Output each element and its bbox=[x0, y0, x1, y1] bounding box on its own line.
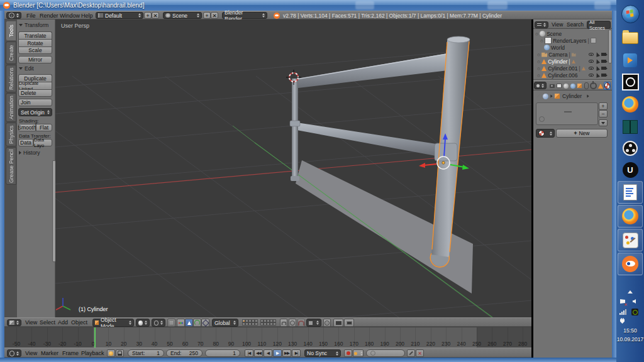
next-keyframe-button[interactable]: ▶▶ bbox=[282, 349, 291, 357]
tab-world[interactable] bbox=[569, 82, 576, 90]
nvidia-tray-icon[interactable] bbox=[631, 309, 638, 315]
tab-relations[interactable]: Relations bbox=[6, 65, 16, 92]
outliner-display-selector[interactable]: All Scenes bbox=[587, 21, 611, 29]
current-frame-playhead[interactable] bbox=[94, 327, 96, 348]
window-titlebar[interactable]: Blender [C:\Users\Max\Desktop\handrail.b… bbox=[0, 0, 616, 11]
layout-delete-button[interactable]: ✕ bbox=[152, 12, 159, 19]
delete-keyframe-button[interactable]: ✕ bbox=[416, 349, 424, 357]
use-preview-range-toggle[interactable] bbox=[107, 349, 115, 357]
editor-type-selector-3dview[interactable] bbox=[7, 319, 21, 326]
tab-physics[interactable]: Physics bbox=[6, 123, 16, 146]
outliner-row-cylinder-006[interactable]: ○ Cylinder.006 bbox=[533, 72, 612, 79]
layer-grid-1[interactable] bbox=[242, 319, 258, 326]
selectability-icon[interactable] bbox=[595, 58, 600, 64]
editor-type-selector-info[interactable]: i bbox=[6, 12, 21, 19]
taskbar-libreoffice-writer[interactable] bbox=[618, 181, 643, 204]
browse-material-menu[interactable] bbox=[536, 129, 555, 138]
vp-menu-object[interactable]: Object bbox=[71, 318, 87, 327]
duplicate-linked-button[interactable]: Duplicate Linked bbox=[18, 82, 52, 89]
scale-button[interactable]: Scale bbox=[18, 47, 52, 54]
tl-menu-view[interactable]: View bbox=[25, 348, 37, 358]
renderlayer-render-icon[interactable] bbox=[591, 38, 596, 43]
visibility-eye-icon[interactable] bbox=[589, 60, 594, 63]
render-opengl-button[interactable] bbox=[333, 319, 343, 327]
vp-menu-add[interactable]: Add bbox=[58, 318, 68, 327]
taskbar-obs[interactable] bbox=[618, 137, 643, 160]
tray-date[interactable]: 10.09.2017 bbox=[616, 336, 644, 343]
insert-keyframe-button[interactable] bbox=[407, 349, 415, 357]
outliner-row-scene[interactable]: ○ Scene bbox=[533, 30, 612, 37]
shade-flat-button[interactable]: Flat bbox=[36, 124, 52, 131]
frame-start-field[interactable]: Start:1 bbox=[128, 349, 164, 357]
prev-keyframe-button[interactable]: ◀◀ bbox=[254, 349, 263, 357]
translate-button[interactable]: Translate bbox=[18, 31, 52, 39]
set-origin-menu[interactable]: Set Origin bbox=[18, 108, 52, 116]
selectability-icon[interactable] bbox=[595, 65, 600, 71]
renderability-icon[interactable] bbox=[601, 53, 606, 56]
taskbar-explorer[interactable] bbox=[618, 26, 643, 49]
outliner-row-cylinder-001[interactable]: ○ Cylinder.001 | bbox=[533, 65, 612, 72]
viewport-shading-selector[interactable] bbox=[136, 319, 150, 327]
current-frame-field[interactable]: 1 bbox=[205, 349, 240, 357]
play-button[interactable]: ▶ bbox=[273, 349, 282, 357]
scene-selector[interactable]: Scene bbox=[163, 12, 202, 19]
tl-menu-frame[interactable]: Frame bbox=[62, 348, 79, 358]
outliner-row-cylinder[interactable]: ○ Cylinder | bbox=[533, 58, 612, 65]
manipulator-rotate-button[interactable] bbox=[193, 319, 201, 327]
vp-menu-select[interactable]: Select bbox=[40, 318, 55, 327]
tab-create[interactable]: Create bbox=[6, 41, 16, 64]
auto-keyframe-mode[interactable] bbox=[353, 349, 364, 357]
taskbar-blender-active[interactable] bbox=[618, 253, 643, 275]
data-layout-button[interactable]: Data Layo bbox=[33, 139, 52, 146]
manipulator-toggle[interactable] bbox=[177, 319, 185, 327]
pivot-align-toggle[interactable] bbox=[167, 319, 175, 327]
jump-to-end-button[interactable]: ▶| bbox=[292, 349, 301, 357]
new-material-button[interactable]: + New bbox=[556, 129, 608, 138]
mirror-button[interactable]: Mirror bbox=[18, 56, 52, 63]
renderability-icon[interactable] bbox=[601, 67, 606, 70]
play-reverse-button[interactable]: ◀ bbox=[264, 349, 272, 357]
tab-animation[interactable]: Animation bbox=[6, 93, 16, 122]
selectability-icon[interactable] bbox=[595, 52, 600, 57]
slot-specials-menu[interactable] bbox=[599, 119, 608, 126]
handrail-left-post[interactable] bbox=[292, 79, 298, 181]
shade-smooth-button[interactable]: Smooth bbox=[18, 124, 36, 131]
data-button[interactable]: Data bbox=[18, 139, 33, 146]
layer-cell[interactable] bbox=[255, 322, 258, 326]
editor-type-selector-properties[interactable] bbox=[534, 82, 547, 89]
lock-to-scene-toggle[interactable] bbox=[280, 319, 287, 327]
outliner-row-renderlayers[interactable]: ○ RenderLayers | bbox=[533, 37, 612, 44]
snap-element-selector[interactable] bbox=[306, 319, 321, 327]
tab-object[interactable] bbox=[576, 82, 583, 90]
menu-help[interactable]: Help bbox=[81, 11, 93, 20]
tray-clock[interactable]: 15:50 bbox=[616, 327, 644, 334]
layer-cell[interactable] bbox=[273, 322, 276, 326]
outliner-row-camera[interactable]: ○ Camera | bbox=[533, 51, 612, 58]
scene-add-button[interactable]: + bbox=[203, 12, 211, 19]
vp-menu-view[interactable]: View bbox=[25, 318, 37, 327]
lock-time-cursor-toggle[interactable] bbox=[116, 349, 124, 357]
viewport-3d[interactable]: User Persp (1) Cylinder bbox=[55, 19, 531, 317]
timeline-band[interactable]: -50-40-30-20-100102030405060708090100110… bbox=[4, 327, 531, 348]
tl-menu-marker[interactable]: Marker bbox=[41, 348, 58, 358]
pivot-point-selector[interactable] bbox=[152, 319, 165, 327]
handrail-top-rail[interactable] bbox=[293, 53, 451, 89]
mode-selector[interactable]: Object Mode bbox=[92, 319, 134, 327]
tab-render[interactable] bbox=[548, 82, 555, 90]
selectability-icon[interactable] bbox=[595, 72, 600, 78]
renderability-icon[interactable] bbox=[601, 60, 606, 63]
render-opengl-anim-button[interactable] bbox=[344, 319, 354, 327]
jump-to-start-button[interactable]: |◀ bbox=[245, 349, 253, 357]
rotate-button[interactable]: Rotate bbox=[18, 39, 52, 47]
network-icon[interactable] bbox=[619, 309, 626, 315]
editor-type-selector-timeline[interactable] bbox=[7, 349, 21, 357]
proportional-edit-button[interactable] bbox=[323, 319, 331, 327]
editor-type-selector-outliner[interactable] bbox=[535, 21, 548, 28]
manipulator-scale-button[interactable] bbox=[201, 319, 209, 327]
manipulator-translate-button[interactable] bbox=[185, 319, 193, 327]
tab-scene[interactable] bbox=[562, 82, 569, 90]
snap-target-button[interactable] bbox=[289, 319, 296, 327]
sync-mode-selector[interactable]: No Sync bbox=[304, 349, 341, 357]
taskbar-unreal[interactable]: U bbox=[618, 158, 643, 181]
keying-set-field[interactable] bbox=[366, 349, 405, 357]
